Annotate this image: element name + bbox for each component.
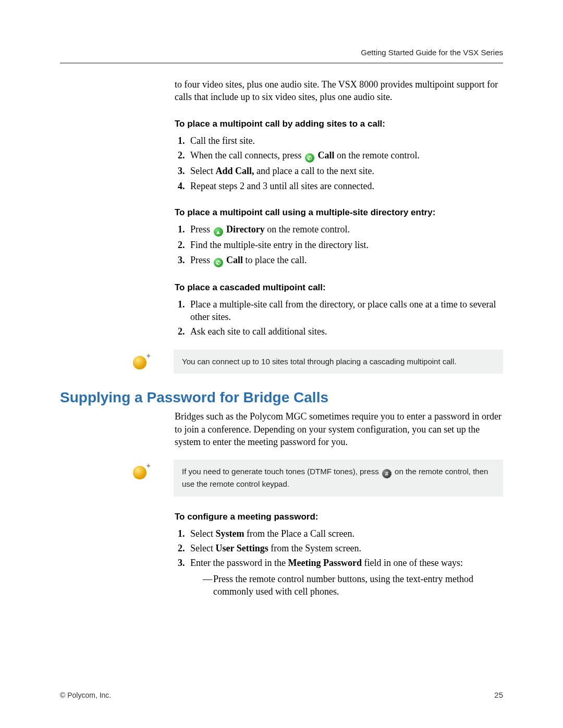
step-bold: User Settings (215, 543, 268, 553)
call-icon: ✆ (305, 153, 314, 163)
step-bold: Meeting Password (288, 558, 361, 568)
step: Enter the password in the Meeting Passwo… (187, 557, 503, 598)
step-text: Place a multiple-site call from the dire… (190, 299, 496, 322)
header-rule (60, 63, 503, 64)
step: Ask each site to call additional sites. (187, 325, 503, 338)
step-text: Enter the password in the (190, 558, 288, 568)
page-number: 25 (494, 690, 503, 699)
step-text: Repeat steps 2 and 3 until all sites are… (190, 181, 374, 191)
note-icon-cell: ✦ (133, 350, 164, 369)
note-row: ✦ If you need to generate touch tones (D… (60, 460, 503, 497)
step: When the call connects, press ✆ Call on … (187, 149, 503, 163)
document-page: Getting Started Guide for the VSX Series… (0, 0, 563, 728)
step: Select Add Call, and place a call to the… (187, 165, 503, 177)
step-text: from the System screen. (271, 543, 361, 553)
body-column: To configure a meeting password: Select … (175, 511, 503, 598)
footer-copyright: © Polycom, Inc. (60, 691, 111, 699)
step-text: Select (190, 543, 215, 553)
step-bold: System (215, 528, 244, 539)
steps-directory-entry: Press ▲ Directory on the remote control.… (175, 223, 503, 267)
step-text: and place a call to the next site. (256, 166, 374, 176)
step-text: Select (190, 528, 215, 539)
step: Call the first site. (187, 134, 503, 147)
step: Select System from the Place a Call scre… (187, 527, 503, 540)
subhead-configure-password: To configure a meeting password: (175, 511, 503, 523)
step: Repeat steps 2 and 3 until all sites are… (187, 180, 503, 192)
sub-list: Press the remote control number buttons,… (190, 573, 503, 598)
step-bold: Call (226, 255, 243, 265)
step: Press ✆ Call to place the call. (187, 254, 503, 267)
note-icon-cell: ✦ (133, 460, 164, 479)
step-text: Ask each site to call additional sites. (190, 326, 327, 337)
note-box: If you need to generate touch tones (DTM… (174, 460, 503, 497)
lightbulb-icon: ✦ (133, 464, 149, 479)
hash-icon: # (382, 469, 391, 478)
note-text: If you need to generate touch tones (DTM… (182, 467, 381, 476)
step-text: Press (190, 255, 213, 265)
body-column: Bridges such as the Polycom MGC sometime… (175, 410, 503, 448)
step-bold: Directory (226, 224, 265, 235)
sub-item: Press the remote control number buttons,… (203, 573, 503, 598)
body-column: to four video sites, plus one audio site… (175, 78, 503, 338)
steps-cascaded: Place a multiple-site call from the dire… (175, 298, 503, 338)
section-heading-bridge-password: Supplying a Password for Bridge Calls (60, 389, 503, 406)
steps-configure-password: Select System from the Place a Call scre… (175, 527, 503, 598)
step-text: Call the first site. (190, 135, 255, 146)
bridge-intro: Bridges such as the Polycom MGC sometime… (175, 410, 503, 448)
page-content: to four video sites, plus one audio site… (60, 78, 503, 603)
step-text: from the Place a Call screen. (247, 528, 354, 539)
step-text: on the remote control. (337, 150, 420, 161)
step-text: field in one of these ways: (364, 558, 462, 568)
directory-icon: ▲ (214, 227, 223, 237)
step-text: to place the call. (246, 255, 307, 265)
step: Find the multiple-site entry in the dire… (187, 239, 503, 251)
step-text: on the remote control. (267, 224, 350, 235)
note-row: ✦ You can connect up to 10 sites total t… (60, 350, 503, 374)
running-header: Getting Started Guide for the VSX Series (361, 48, 503, 57)
sub-text: Press the remote control number buttons,… (213, 574, 473, 597)
subhead-cascaded: To place a cascaded multipoint call: (175, 282, 503, 294)
subhead-add-sites: To place a multipoint call by adding sit… (175, 118, 503, 130)
step: Select User Settings from the System scr… (187, 542, 503, 554)
note-box: You can connect up to 10 sites total thr… (174, 350, 503, 374)
call-icon: ✆ (214, 258, 223, 267)
lightbulb-icon: ✦ (133, 354, 149, 369)
step-bold: Add Call, (215, 166, 254, 176)
step-text: Select (190, 166, 215, 176)
step-text: Press (190, 224, 213, 235)
step: Place a multiple-site call from the dire… (187, 298, 503, 324)
step-text: When the call connects, press (190, 150, 304, 161)
step-text: Find the multiple-site entry in the dire… (190, 240, 369, 250)
steps-add-sites: Call the first site. When the call conne… (175, 134, 503, 192)
step: Press ▲ Directory on the remote control. (187, 223, 503, 237)
subhead-directory-entry: To place a multipoint call using a multi… (175, 207, 503, 219)
step-bold: Call (317, 150, 334, 161)
intro-continuation: to four video sites, plus one audio site… (175, 78, 503, 104)
